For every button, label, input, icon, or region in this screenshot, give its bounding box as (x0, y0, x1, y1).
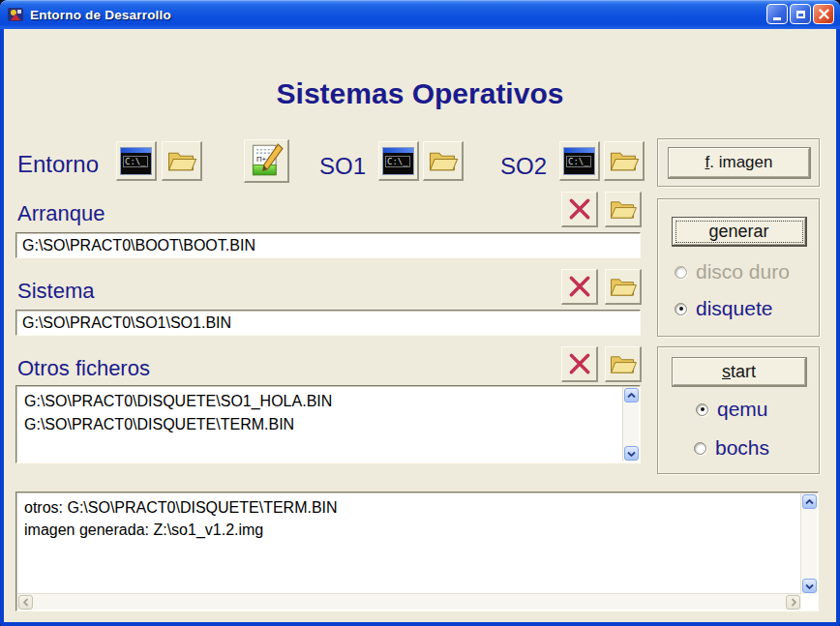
window-title: Entorno de Desarrollo (30, 8, 171, 22)
radio-circle (694, 442, 706, 455)
terminal-icon: C:\_ (120, 147, 152, 175)
generar-button[interactable]: generar (672, 217, 807, 247)
disquete-label: disquete (696, 297, 772, 320)
chevron-down-icon (627, 451, 636, 457)
chevron-down-icon (805, 583, 814, 589)
radio-circle (696, 403, 708, 416)
terminal-prompt-text: C:\_ (123, 156, 148, 167)
minimize-icon (773, 17, 781, 20)
arranque-folder-button[interactable] (605, 192, 642, 227)
start-group: start qemu bochs (657, 346, 820, 474)
terminal-prompt-text: C:\_ (566, 156, 591, 167)
start-accel: s (722, 362, 731, 381)
window-controls (766, 4, 834, 24)
otros-clear-button[interactable] (561, 346, 598, 382)
log-text: otros: G:\SO\PRACT0\DISQUETE\TERM.BIN im… (16, 492, 800, 593)
app-icon (7, 6, 24, 23)
radio-circle (675, 303, 687, 315)
minimize-button[interactable] (766, 4, 788, 24)
otros-ficheros-label: Otros ficheros (17, 356, 150, 381)
start-button[interactable]: start (672, 357, 807, 387)
so1-folder-button[interactable] (423, 141, 464, 181)
chevron-up-icon (805, 499, 814, 505)
terminal-titlebar (564, 148, 594, 153)
clear-x-icon (567, 351, 592, 376)
otros-scrollbar[interactable] (622, 387, 639, 462)
arranque-input[interactable] (15, 232, 641, 258)
f-imagen-group: f. imagen (657, 138, 820, 187)
folder-icon (609, 197, 638, 222)
bochs-label: bochs (715, 436, 769, 460)
so1-terminal-button[interactable]: C:\_ (378, 141, 419, 181)
generar-accel: g (708, 222, 718, 241)
arranque-clear-button[interactable] (561, 192, 598, 227)
terminal-icon: C:\_ (382, 147, 414, 175)
app-window: Entorno de Desarrollo Sistemas Operativo… (0, 0, 840, 626)
clear-x-icon (567, 196, 592, 222)
sistema-clear-button[interactable] (561, 269, 598, 305)
chevron-up-icon (627, 393, 636, 399)
entorno-folder-button[interactable] (162, 141, 202, 181)
folder-icon (609, 275, 638, 299)
clear-x-icon (567, 274, 592, 299)
maximize-icon (796, 11, 805, 18)
sistema-label: Sistema (17, 279, 94, 304)
editor-icon: Π++ (249, 143, 284, 178)
close-button[interactable] (813, 4, 834, 24)
entorno-label: Entorno (17, 151, 99, 178)
editor-button[interactable]: Π++ (244, 139, 289, 183)
terminal-icon: C:\_ (563, 147, 595, 175)
otros-folder-button[interactable] (605, 346, 642, 382)
sistema-input[interactable] (15, 310, 641, 336)
scroll-up-button[interactable] (624, 388, 639, 402)
so1-label: SO1 (319, 153, 366, 180)
otros-files-text: G:\SO\PRACT0\DISQUETE\SO1_HOLA.BIN G:\SO… (16, 386, 622, 462)
scroll-left-button[interactable] (18, 595, 33, 610)
disco-duro-label: disco duro (696, 260, 790, 283)
log-output[interactable]: otros: G:\SO\PRACT0\DISQUETE\TERM.BIN im… (15, 492, 819, 611)
generar-group: generar disco duro disquete (657, 198, 820, 337)
chevron-right-icon (791, 598, 796, 607)
folder-icon (609, 148, 640, 174)
generar-label: enerar (718, 222, 768, 241)
log-horizontal-scrollbar[interactable] (17, 593, 801, 610)
entorno-terminal-button[interactable]: C:\_ (116, 141, 157, 181)
chevron-left-icon (23, 598, 29, 607)
client-area: Sistemas Operativos Entorno C:\_ Π++ (4, 29, 836, 622)
terminal-prompt-text: C:\_ (385, 156, 410, 167)
otros-files-list[interactable]: G:\SO\PRACT0\DISQUETE\SO1_HOLA.BIN G:\SO… (15, 385, 641, 463)
start-label: tart (731, 362, 756, 381)
scroll-right-button[interactable] (786, 595, 800, 610)
f-imagen-button[interactable]: f. imagen (668, 147, 811, 179)
terminal-titlebar (383, 148, 413, 153)
scroll-down-button[interactable] (802, 579, 817, 593)
terminal-titlebar (121, 148, 151, 153)
radio-qemu[interactable]: qemu (696, 398, 768, 421)
radio-disco-duro: disco duro (675, 260, 790, 283)
so2-terminal-button[interactable]: C:\_ (559, 141, 600, 181)
page-title: Sistemas Operativos (4, 77, 836, 110)
radio-bochs[interactable]: bochs (694, 436, 769, 460)
folder-icon (428, 148, 459, 174)
close-icon (819, 9, 829, 19)
sistema-folder-button[interactable] (605, 269, 642, 305)
folder-icon (609, 352, 638, 376)
so2-folder-button[interactable] (604, 141, 645, 181)
log-vertical-scrollbar[interactable] (800, 493, 817, 594)
f-imagen-label: . imagen (709, 153, 772, 171)
arranque-label: Arranque (17, 201, 105, 226)
so2-label: SO2 (500, 153, 547, 180)
qemu-label: qemu (717, 398, 768, 421)
scroll-down-button[interactable] (624, 446, 639, 461)
radio-circle (675, 266, 687, 279)
radio-disquete[interactable]: disquete (675, 297, 772, 320)
titlebar[interactable]: Entorno de Desarrollo (0, 0, 840, 29)
maximize-button[interactable] (790, 4, 811, 24)
scroll-up-button[interactable] (802, 494, 817, 509)
folder-icon (166, 148, 197, 174)
